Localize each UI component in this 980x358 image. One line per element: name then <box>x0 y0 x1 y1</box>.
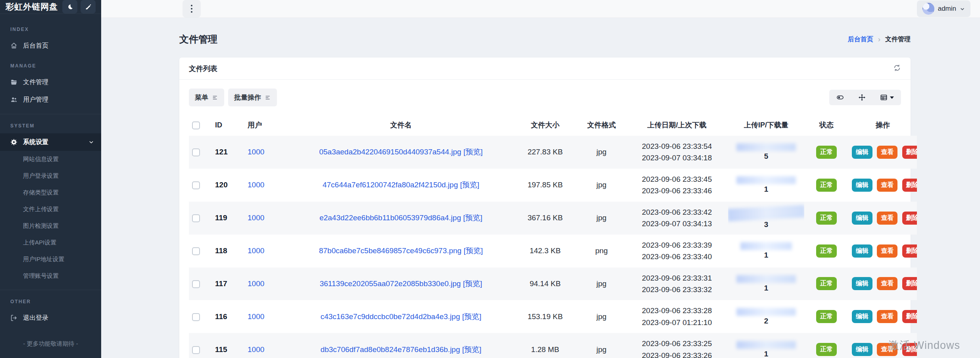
upload-dates: 2023-09-06 23:33:42 2023-09-07 03:34:13 <box>626 202 728 235</box>
delete-button[interactable]: 删除 <box>902 310 917 323</box>
last-download-date: 2023-09-07 03:34:13 <box>629 218 725 229</box>
row-checkbox[interactable] <box>192 214 200 222</box>
delete-button[interactable]: 删除 <box>902 212 917 225</box>
edit-button[interactable]: 编辑 <box>852 244 872 258</box>
drag-reorder-button[interactable] <box>851 90 873 105</box>
column-header-ip: 上传IP/下载量 <box>728 114 804 136</box>
app-window: 彩虹外链网盘 INDEX 后台首页 MANAGE <box>0 0 980 358</box>
kebab-icon <box>191 5 192 6</box>
user-link[interactable]: 1000 <box>248 181 264 189</box>
edit-button[interactable]: 编辑 <box>852 179 872 192</box>
status-badge: 正常 <box>816 244 837 258</box>
edit-button[interactable]: 编辑 <box>852 277 872 290</box>
sidebar-footer-note: - 更多功能敬请期待 - <box>0 327 101 358</box>
file-format: jpg <box>577 300 626 333</box>
more-options-button[interactable] <box>183 0 201 17</box>
user-link[interactable]: 1000 <box>248 312 264 321</box>
edit-button[interactable]: 编辑 <box>852 343 872 356</box>
upload-dates: 2023-09-06 23:33:54 2023-09-07 03:34:18 <box>626 136 728 169</box>
sidebar-item-file-manage[interactable]: 文件管理 <box>0 73 101 91</box>
row-checkbox[interactable] <box>192 148 200 156</box>
batch-actions-button[interactable]: 批量操作 <box>228 89 277 106</box>
nav-section-index: INDEX 后台首页 <box>0 18 101 54</box>
view-button[interactable]: 查看 <box>877 277 897 290</box>
view-button[interactable]: 查看 <box>877 212 897 225</box>
sidebar-subitem-user-ip[interactable]: 用户IP地址设置 <box>0 251 101 268</box>
sidebar-item-dashboard[interactable]: 后台首页 <box>0 37 101 54</box>
ip-downloads-cell: 1 <box>731 275 801 293</box>
file-table-body: 121 1000 05a3aeda2b4220469150d440937a544… <box>189 136 917 358</box>
sidebar-subitem-storage-type[interactable]: 存储类型设置 <box>0 184 101 201</box>
user-link[interactable]: 1000 <box>248 148 264 156</box>
preview-link[interactable]: [预览] <box>462 312 482 321</box>
submenu-label: 存储类型设置 <box>23 189 59 196</box>
view-button[interactable]: 查看 <box>877 310 897 323</box>
view-button[interactable]: 查看 <box>877 146 897 159</box>
row-checkbox[interactable] <box>192 247 200 255</box>
preview-link[interactable]: [预览] <box>463 148 483 156</box>
sidebar-item-user-manage[interactable]: 用户管理 <box>0 91 101 108</box>
main-area: admin 文件管理 后台首页 › 文件管理 文件列表 <box>101 0 980 358</box>
preview-link[interactable]: [预览] <box>460 181 480 189</box>
refresh-button[interactable] <box>893 64 901 73</box>
row-checkbox[interactable] <box>192 313 200 321</box>
sidebar-subitem-admin-account[interactable]: 管理账号设置 <box>0 268 101 284</box>
preview-link[interactable]: [预览] <box>463 279 482 288</box>
sidebar-subitem-site-info[interactable]: 网站信息设置 <box>0 151 101 167</box>
table-toolbar: 菜单 批量操作 <box>189 89 901 106</box>
user-link[interactable]: 1000 <box>248 279 264 288</box>
sidebar-subitem-upload-api[interactable]: 上传API设置 <box>0 234 101 251</box>
sidebar-item-system-settings[interactable]: 系统设置 <box>0 133 101 151</box>
view-button[interactable]: 查看 <box>877 179 897 192</box>
file-id: 121 <box>212 136 244 169</box>
edit-button[interactable]: 编辑 <box>852 310 872 323</box>
delete-button[interactable]: 删除 <box>902 146 917 159</box>
toggle-icon <box>836 94 844 101</box>
sidebar-subitem-image-check[interactable]: 图片检测设置 <box>0 217 101 234</box>
filename-link[interactable]: 361139ce202055aa072e2085bb330e0.jpg <box>320 279 461 288</box>
filename-link[interactable]: 05a3aeda2b4220469150d440937a544.jpg <box>319 148 461 156</box>
delete-button[interactable]: 删除 <box>902 244 917 258</box>
breadcrumb: 后台首页 › 文件管理 <box>848 35 911 44</box>
file-format: jpg <box>577 268 626 300</box>
toggle-columns-button[interactable] <box>829 90 851 105</box>
sidebar-item-label: 退出登录 <box>23 314 48 322</box>
card-body: 菜单 批量操作 <box>179 80 911 358</box>
column-header-id: ID <box>212 114 244 136</box>
user-link[interactable]: 1000 <box>248 214 264 222</box>
delete-button[interactable]: 删除 <box>902 277 917 290</box>
card-header: 文件列表 <box>179 58 911 80</box>
sidebar-subitem-user-login[interactable]: 用户登录设置 <box>0 167 101 184</box>
row-checkbox[interactable] <box>192 346 200 354</box>
theme-brush-button[interactable] <box>81 0 96 13</box>
filename-link[interactable]: e2a43d22ee6bb6b11b06053979d86a4.jpg <box>319 214 461 222</box>
table-view-controls <box>829 90 901 105</box>
filename-link[interactable]: 87b0ca6be7c5be8469857ce49c6c973.png <box>319 246 461 255</box>
table-row: 119 1000 e2a43d22ee6bb6b11b06053979d86a4… <box>189 202 917 235</box>
row-checkbox[interactable] <box>192 280 200 288</box>
dark-mode-button[interactable] <box>62 0 77 13</box>
preview-link[interactable]: [预览] <box>462 345 482 354</box>
table-layout-button[interactable] <box>873 90 901 105</box>
row-checkbox[interactable] <box>192 181 200 189</box>
breadcrumb-home-link[interactable]: 后台首页 <box>848 35 873 44</box>
filename-link[interactable]: 47c644a7ef61200742fa80a2f42150d.jpg <box>323 181 458 189</box>
filename-link[interactable]: c43c163e7c9ddccbc0be72d4d2ba4e3.jpg <box>321 312 460 321</box>
file-format: jpg <box>577 202 626 235</box>
delete-button[interactable]: 删除 <box>902 179 917 192</box>
edit-button[interactable]: 编辑 <box>852 212 872 225</box>
select-all-checkbox[interactable] <box>192 121 200 129</box>
user-menu-button[interactable]: admin <box>917 0 970 17</box>
menu-button[interactable]: 菜单 <box>189 89 224 106</box>
edit-button[interactable]: 编辑 <box>852 146 872 159</box>
sidebar-subitem-file-upload[interactable]: 文件上传设置 <box>0 201 101 217</box>
filename-link[interactable]: db3c706df7ad8e0b824e7876eb1d36b.jpg <box>321 345 460 354</box>
user-link[interactable]: 1000 <box>248 246 264 255</box>
view-button[interactable]: 查看 <box>877 244 897 258</box>
preview-link[interactable]: [预览] <box>463 246 483 255</box>
preview-link[interactable]: [预览] <box>463 214 482 222</box>
sidebar-item-logout[interactable]: 退出登录 <box>0 309 101 327</box>
user-link[interactable]: 1000 <box>248 345 264 354</box>
file-format: jpg <box>577 136 626 169</box>
last-download-date: 2023-09-07 01:21:10 <box>629 317 725 328</box>
